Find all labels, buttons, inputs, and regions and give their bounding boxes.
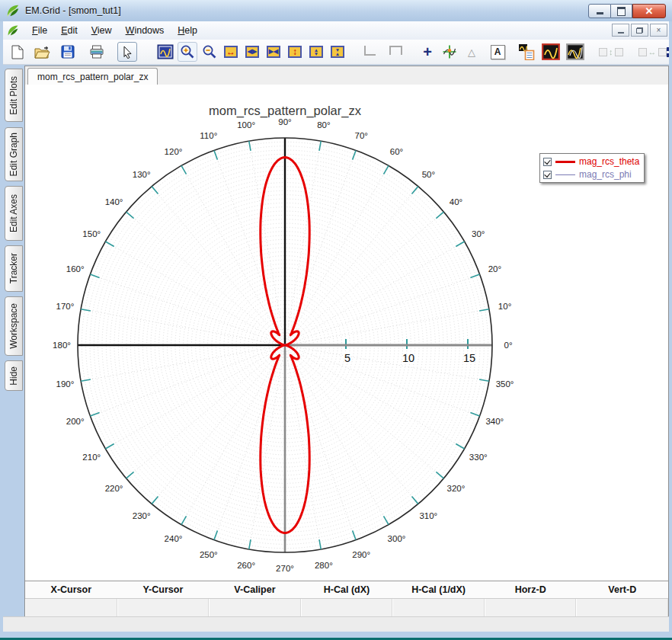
compress-y-button[interactable]: ▼▲ [328,42,347,62]
legend-entry-mag_rcs_phi: mag_rcs_phi [543,169,639,180]
layout-button[interactable]: Layout [667,46,670,57]
sidebar-tab-edit-plots[interactable]: Edit Plots [5,69,23,122]
expand-x-button[interactable]: ◀▶ [242,42,262,62]
minimize-button[interactable] [588,4,611,18]
cursor-table-headers: X-CursorY-CursorV-CaliperH-Cal (dX)H-Cal… [25,581,668,598]
svg-text:260°: 260° [237,561,255,570]
menu-view[interactable]: View [85,23,119,38]
multi-graph-button[interactable] [565,42,585,62]
legend-checkbox-mag_rcs_phi[interactable] [543,171,552,179]
tracker-icon [442,44,457,59]
full-scale-y-icon: ↕ [288,46,302,58]
child-close-button[interactable]: × [650,24,667,37]
add-marker-icon: + [423,44,432,59]
save-button[interactable] [58,42,78,62]
layout-bars-icon [667,47,670,57]
svg-text:290°: 290° [352,550,370,559]
svg-text:230°: 230° [133,511,151,520]
axes-corner-2-button[interactable] [386,42,405,62]
cursor-col-horz-d: Horz-D [485,584,577,595]
menu-edit[interactable]: Edit [54,23,85,38]
svg-text:130°: 130° [133,170,151,179]
legend-entry-mag_rcs_theta: mag_rcs_theta [543,156,639,167]
svg-text:15: 15 [463,352,475,364]
side-tab-strip: Edit PlotsEdit GraphEdit AxesTrackerWork… [3,66,24,617]
tab-mom-rcs-pattern-polar-zx[interactable]: mom_rcs_pattern_polar_zx [27,68,158,85]
zoom-in-button[interactable] [178,42,197,62]
new-file-button[interactable] [8,42,27,62]
single-graph-icon [542,43,560,60]
sidebar-tab-tracker[interactable]: Tracker [5,245,23,292]
toolbar: ↔◀▶▶◀↕▲▼▼▲+△A↕↔Layout [3,40,669,65]
cursor-col-vert-d: Vert-D [576,584,668,595]
close-button[interactable]: ✕ [632,4,666,18]
svg-text:330°: 330° [469,453,488,462]
full-scale-y-button[interactable]: ↕ [285,42,305,62]
add-marker-button[interactable]: + [418,42,437,62]
sidebar-tab-workspace[interactable]: Workspace [5,296,23,356]
add-text-button[interactable]: A [488,42,507,62]
child-minimize-button[interactable] [612,24,629,37]
window-frame: EM.Grid - [smom_tut1] ✕ FileEditViewWind… [0,0,672,640]
legend-checkbox-mag_rcs_theta[interactable] [543,158,552,166]
v-spacing-button: ↕ [599,42,623,62]
radial-tick-labels: 51015 [344,352,475,364]
sidebar-tab-hide[interactable]: Hide [5,360,23,391]
svg-text:20°: 20° [488,264,501,274]
cursor-col-h-cal-dx-: H-Cal (dX) [301,584,393,595]
sidebar-tab-label: Edit Graph [8,133,19,176]
cursor-value-cell [576,599,668,616]
maximize-icon [617,7,626,16]
cursor-col-h-cal-1-dx-: H-Cal (1/dX) [392,584,485,595]
zoom-in-icon [180,44,195,59]
full-scale-x-button[interactable]: ↔ [221,42,241,62]
compress-x-icon: ▶◀ [267,46,280,58]
sidebar-tab-edit-graph[interactable]: Edit Graph [5,127,23,181]
sidebar-tab-label: Workspace [8,303,19,349]
zoom-out-button[interactable] [200,42,219,62]
menu-help[interactable]: Help [171,23,204,38]
menu-windows[interactable]: Windows [119,23,171,38]
open-file-button[interactable] [32,42,52,62]
svg-text:350°: 350° [496,379,514,389]
legend-line-sample [555,174,575,175]
minimize-icon [597,12,603,14]
svg-text:60°: 60° [390,147,403,156]
zoom-window-button[interactable] [155,42,175,62]
select-pointer-button[interactable] [117,42,137,62]
caliper-button[interactable]: △ [462,42,482,62]
expand-y-button[interactable]: ▲▼ [306,42,326,62]
svg-text:70°: 70° [355,131,368,140]
status-bar [3,616,669,632]
svg-text:170°: 170° [56,302,75,311]
cursor-readout-table: X-CursorY-CursorV-CaliperH-Cal (dX)H-Cal… [25,581,668,616]
svg-text:320°: 320° [447,484,466,493]
svg-text:40°: 40° [450,197,462,206]
print-button[interactable] [87,42,107,62]
maximize-button[interactable] [611,4,632,18]
cursor-value-cell [209,599,301,616]
child-restore-button[interactable] [631,24,648,37]
expand-y-icon: ▲▼ [309,46,323,58]
svg-text:90°: 90° [278,117,291,126]
menu-bar: FileEditViewWindowsHelp × [3,21,669,40]
svg-text:240°: 240° [165,534,183,543]
toggle-legend-button[interactable] [517,42,536,62]
sidebar-tab-edit-axes[interactable]: Edit Axes [5,186,23,241]
menu-file[interactable]: File [25,23,54,38]
zoom-window-icon [157,44,174,59]
compress-x-button[interactable]: ▶◀ [264,42,283,62]
v-spacing-icon: ↕ [609,47,613,56]
svg-text:10: 10 [402,352,414,364]
axes-corner-1-button[interactable] [360,42,379,62]
single-graph-button[interactable] [541,42,561,62]
polar-plot-canvas[interactable]: 510150°10°20°30°40°50°60°70°80°90°100°11… [25,85,668,563]
application-window: EM.Grid - [smom_tut1] ✕ FileEditViewWind… [0,0,672,640]
svg-text:10°: 10° [498,302,511,311]
svg-text:250°: 250° [200,550,218,559]
expand-x-icon: ◀▶ [245,46,259,58]
tracker-button[interactable] [440,42,459,62]
h-spacing-button: ↔ [638,42,667,62]
cursor-value-cell [392,599,485,616]
cursor-value-cell [117,599,210,616]
